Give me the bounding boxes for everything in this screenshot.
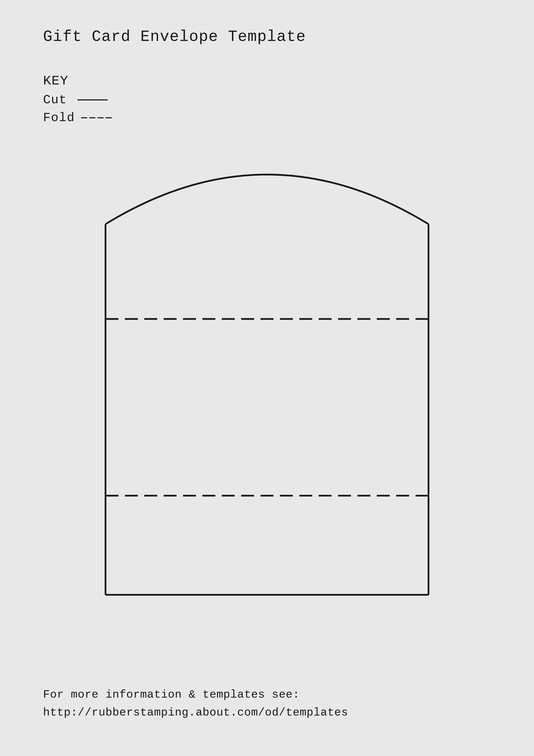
page: Gift Card Envelope Template KEY Cut Fold [0,0,534,756]
key-fold-dash-4 [106,117,112,118]
footer-line1: For more information & templates see: [43,686,348,704]
key-cut-line-indicator [78,99,108,100]
envelope-template [80,125,454,604]
key-fold-label: Fold [43,111,75,125]
key-label: KEY [43,73,112,89]
footer-line2: http://rubberstamping.about.com/od/templ… [43,704,348,721]
key-fold-dash-1 [81,117,87,118]
footer-section: For more information & templates see: ht… [43,686,348,721]
key-fold-line-indicator [81,117,112,118]
key-fold-dash-3 [97,117,104,118]
envelope-svg [80,125,454,604]
key-cut-label: Cut [43,93,71,107]
key-fold-dash-2 [89,117,95,118]
key-cut-item: Cut [43,93,112,107]
envelope-top-flap-curve [106,175,428,224]
key-fold-item: Fold [43,111,112,125]
page-title: Gift Card Envelope Template [43,28,306,46]
key-section: KEY Cut Fold [43,73,112,129]
